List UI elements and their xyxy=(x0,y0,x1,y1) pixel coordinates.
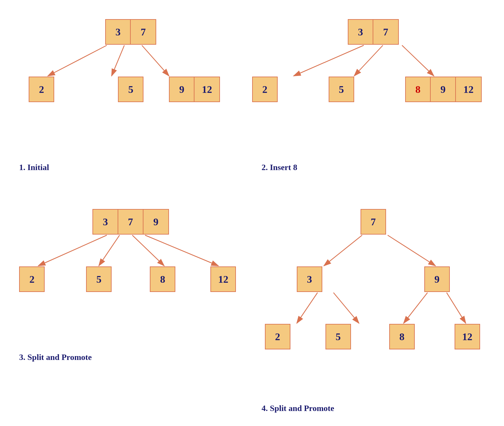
leaf3-cell-9: 9 xyxy=(170,77,194,102)
svg-line-3 xyxy=(142,45,169,76)
diagram-3-leaf4: 12 xyxy=(210,266,236,292)
diagram-3-area: 3 7 9 2 5 8 12 xyxy=(13,209,249,343)
diagram-2-leaf1: 2 xyxy=(252,77,278,102)
svg-line-14 xyxy=(324,235,362,266)
diagram-1-leaf3: 9 12 xyxy=(169,77,220,102)
root2-cell-7: 7 xyxy=(373,19,398,45)
svg-line-1 xyxy=(48,45,107,76)
diagram-4-mid2: 9 xyxy=(424,266,450,292)
diagram-1-root: 3 7 xyxy=(105,19,156,45)
diagram-2-area: 3 7 2 5 8 9 12 xyxy=(255,19,492,153)
diagram-4-area: 7 3 9 2 5 8 12 xyxy=(255,209,492,394)
diagram-1-leaf1: 2 xyxy=(29,77,54,102)
leaf3-cell-12b: 12 xyxy=(456,77,481,102)
diagram-4-leaf2: 5 xyxy=(325,324,351,349)
diagram-2-section: 3 7 2 5 8 9 12 2. Insert 8 xyxy=(255,13,492,196)
root3-cell-9: 9 xyxy=(143,209,169,235)
svg-line-17 xyxy=(333,293,359,323)
diagram-3-section: 3 7 9 2 5 8 12 3. Split and Promote xyxy=(13,203,249,413)
diagram-2-root: 3 7 xyxy=(348,19,399,45)
svg-line-5 xyxy=(294,45,364,76)
root-cell-7: 7 xyxy=(131,19,156,45)
diagram-4-mid1: 3 xyxy=(297,266,322,292)
svg-line-11 xyxy=(132,235,164,266)
leaf3-cell-12: 12 xyxy=(194,77,219,102)
svg-line-9 xyxy=(38,235,107,266)
root3-cell-7: 7 xyxy=(118,209,143,235)
svg-line-18 xyxy=(404,293,427,323)
diagram-2-leaf3: 8 9 12 xyxy=(405,77,482,102)
svg-line-16 xyxy=(297,293,318,323)
svg-line-12 xyxy=(145,235,218,266)
root2-cell-3: 3 xyxy=(348,19,373,45)
diagram-4-arrows xyxy=(255,209,494,394)
root3-cell-3: 3 xyxy=(93,209,118,235)
diagram-4-root: 7 xyxy=(361,209,386,235)
main-container: 3 7 2 5 9 12 1. Initial xyxy=(0,0,504,426)
diagram-4-leaf3: 8 xyxy=(389,324,415,349)
svg-line-7 xyxy=(402,45,434,76)
diagram-3-leaf1: 2 xyxy=(19,266,45,292)
diagram-3-label: 3. Split and Promote xyxy=(13,353,92,362)
svg-line-19 xyxy=(447,293,466,323)
diagram-2-label: 2. Insert 8 xyxy=(255,163,297,172)
diagram-1-label: 1. Initial xyxy=(13,163,49,172)
diagram-4-leaf4: 12 xyxy=(455,324,480,349)
diagram-3-leaf3: 8 xyxy=(150,266,175,292)
diagram-1-section: 3 7 2 5 9 12 1. Initial xyxy=(13,13,249,196)
svg-line-10 xyxy=(99,235,120,266)
diagram-4-section: 7 3 9 2 5 8 12 4. Split and Promote xyxy=(255,203,492,413)
diagram-4-leaf1: 2 xyxy=(265,324,290,349)
root-cell-3: 3 xyxy=(106,19,131,45)
diagram-3-leaf2: 5 xyxy=(86,266,112,292)
svg-line-6 xyxy=(354,45,383,76)
diagram-2-leaf2: 5 xyxy=(329,77,354,102)
svg-line-15 xyxy=(388,235,435,266)
diagram-3-root: 3 7 9 xyxy=(92,209,169,235)
diagram-1-area: 3 7 2 5 9 12 xyxy=(13,19,249,153)
diagram-4-label: 4. Split and Promote xyxy=(255,404,334,413)
leaf3-cell-8-red: 8 xyxy=(406,77,431,102)
diagram-1-leaf2: 5 xyxy=(118,77,143,102)
svg-line-2 xyxy=(112,45,124,76)
leaf3-cell-9b: 9 xyxy=(431,77,456,102)
